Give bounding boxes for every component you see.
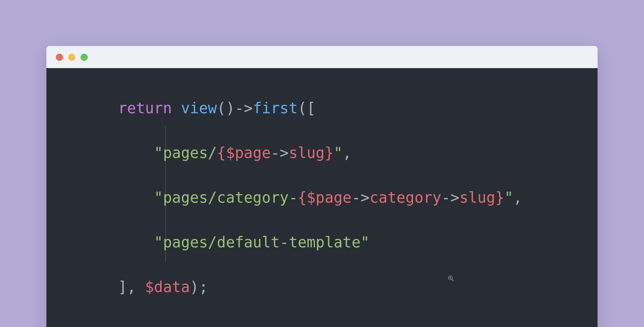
- code-line-blank: [118, 120, 598, 142]
- func-first: first: [253, 100, 297, 117]
- close-icon[interactable]: [56, 54, 63, 61]
- code-line-blank: [118, 209, 598, 232]
- code-line-3: "pages/category-{$page->category->slug}"…: [118, 186, 598, 209]
- code-line-1: return view()->first([: [118, 97, 598, 120]
- svg-line-1: [452, 279, 453, 281]
- code-editor[interactable]: return view()->first([ "pages/{$page->sl…: [46, 68, 598, 327]
- keyword-return: return: [118, 100, 172, 117]
- code-line-blank: [118, 164, 598, 187]
- func-view: view: [181, 100, 217, 117]
- code-line-blank: [118, 254, 598, 276]
- indent-guide: [165, 126, 166, 262]
- zoom-cursor-icon: [447, 266, 455, 289]
- code-line-4: "pages/default-template": [118, 231, 598, 254]
- code-window: return view()->first([ "pages/{$page->sl…: [46, 46, 598, 327]
- code-line-2: "pages/{$page->slug}",: [118, 142, 598, 164]
- variable-data: $data: [145, 278, 190, 295]
- minimize-icon[interactable]: [68, 54, 75, 61]
- maximize-icon[interactable]: [81, 54, 88, 61]
- code-line-5: ], $data);: [118, 276, 598, 298]
- window-titlebar: [46, 46, 598, 68]
